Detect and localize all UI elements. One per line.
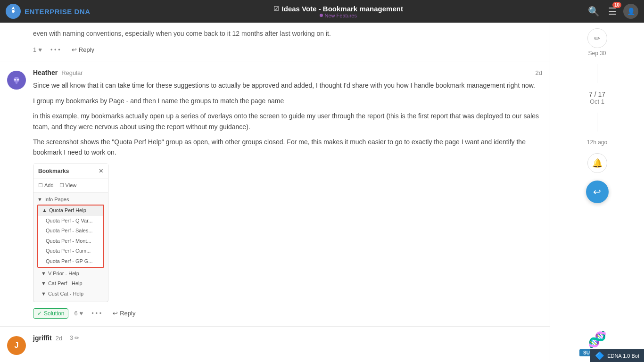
reply-fab-icon: ↩ xyxy=(593,186,601,197)
reply-fab-button[interactable]: ↩ xyxy=(586,181,609,203)
nav-subtitle: New Features xyxy=(320,13,357,18)
nav-title-area: ☑ Ideas Vote - Bookmark management New F… xyxy=(95,5,581,18)
partial-post-body: even with naming conventions, especially… xyxy=(33,28,550,55)
bm-add-btn[interactable]: ☐ Add xyxy=(38,181,54,190)
partial-post: even with naming conventions, especially… xyxy=(0,23,550,61)
content-area: even with naming conventions, especially… xyxy=(0,23,550,362)
partial-post-text: even with naming conventions, especially… xyxy=(33,28,542,39)
svg-point-2 xyxy=(14,79,16,81)
notification-button[interactable]: 🔔 xyxy=(587,153,607,173)
sidebar-sep30-date: Sep 30 xyxy=(588,50,606,57)
heather-post-header: Heather Regular 2d xyxy=(33,69,542,76)
bm-v-prior-group: ▼ V Prior - Help xyxy=(37,269,104,279)
jgriffit-avatar-col: J xyxy=(0,334,33,355)
time-ago-section: 12h ago xyxy=(556,139,638,146)
jgriffit-likes-header: 3 ✏ xyxy=(70,335,79,341)
partial-more-button[interactable]: • • • xyxy=(48,44,63,55)
bm-cust-cat-group: ▼ Cust Cat - Help xyxy=(37,289,104,299)
svg-point-3 xyxy=(17,79,19,81)
heather-avatar-col xyxy=(0,69,33,319)
bm-item-2[interactable]: Quota Perf - Mont... xyxy=(38,236,103,247)
pencil-icon: ✏ xyxy=(594,34,600,43)
bell-icon: 🔔 xyxy=(592,158,603,168)
time-ago-text: 12h ago xyxy=(587,139,607,146)
sidebar-divider-2 xyxy=(597,113,597,132)
partial-post-actions: 1 ♥ • • • ↩ Reply xyxy=(33,44,542,55)
jgriffit-avatar: J xyxy=(7,336,26,355)
edna-dot-icon: 🔷 xyxy=(595,351,604,360)
top-navigation: ENTERPRISE DNA ☑ Ideas Vote - Bookmark m… xyxy=(0,0,644,23)
reply-icon: ↩ xyxy=(72,46,77,53)
edit-section: ✏ Sep 30 xyxy=(556,28,638,57)
bm-toolbar: ☐ Add ☐ View xyxy=(33,179,108,193)
menu-button[interactable]: ☰ 10 xyxy=(606,4,619,19)
search-button[interactable]: 🔍 xyxy=(586,4,602,19)
heather-reply-button[interactable]: ↩ Reply xyxy=(110,308,138,319)
heather-post-main: Heather Regular 2d Since we all know tha… xyxy=(33,69,550,319)
heather-post-actions: ✓ Solution 6 ♥ • • • ↩ Reply xyxy=(33,308,542,319)
bm-quota-perf-subgroup: ▲ Quota Perf Help Quota Perf - Q Var... … xyxy=(37,205,104,268)
user-avatar[interactable]: 👤 xyxy=(623,4,638,19)
nav-right: 🔍 ☰ 10 👤 xyxy=(586,4,638,19)
partial-post-avatar-col xyxy=(0,28,33,55)
edna-bot-label: EDNA 1.0 Bot xyxy=(607,353,639,359)
bm-cat-perf-group: ▼ Cat Perf - Help xyxy=(37,279,104,289)
notification-badge: 10 xyxy=(612,2,621,8)
svg-point-0 xyxy=(12,10,15,13)
edit-icon: ✏ xyxy=(74,335,79,341)
jgriffit-post-header: jgriffit 2d 3 ✏ xyxy=(33,334,542,342)
logo-text: ENTERPRISE DNA xyxy=(25,8,91,16)
subscribe-dna-icon: 🧬 xyxy=(588,330,607,348)
heather-post: Heather Regular 2d Since we all know tha… xyxy=(0,61,550,327)
edit-button[interactable]: ✏ xyxy=(587,28,607,48)
bm-view-btn[interactable]: ☐ View xyxy=(59,181,77,190)
bm-item-4[interactable]: Quota Perf - GP G... xyxy=(38,256,103,267)
nav-title: ☑ Ideas Vote - Bookmark management xyxy=(273,5,403,13)
bm-item-3[interactable]: Quota Perf - Cum... xyxy=(38,246,103,256)
jgriffit-post-main: jgriffit 2d 3 ✏ xyxy=(33,334,550,355)
heather-likes: 6 ♥ xyxy=(74,310,83,317)
edna-bot-badge: 🔷 EDNA 1.0 Bot xyxy=(590,349,644,362)
partial-likes: 1 ♥ xyxy=(33,46,42,53)
reply-arrow-icon: ↩ xyxy=(113,310,118,317)
right-sidebar: ✏ Sep 30 7 / 17 Oct 1 12h ago 🔔 ↩ 🧬 SUBS… xyxy=(550,23,644,362)
solution-badge: ✓ Solution xyxy=(33,308,68,319)
page-counter-section: 7 / 17 Oct 1 xyxy=(556,90,638,105)
sidebar-divider-1 xyxy=(597,64,597,83)
page-counter: 7 / 17 xyxy=(589,90,605,98)
checkbox-icon: ☑ xyxy=(273,5,279,12)
bm-item-0[interactable]: Quota Perf - Q Var... xyxy=(38,216,103,226)
bm-list: ▼ Info Pages ▲ Quota Perf Help Quota Per… xyxy=(33,193,108,302)
logo-icon xyxy=(6,4,21,19)
heather-more-button[interactable]: • • • xyxy=(89,308,104,319)
subtitle-dot xyxy=(320,14,323,17)
bm-item-1[interactable]: Quota Perf - Sales... xyxy=(38,226,103,236)
bm-quota-perf-header: ▲ Quota Perf Help xyxy=(38,206,103,216)
bm-panel-header: Bookmarks ✕ xyxy=(33,164,108,179)
logo-area[interactable]: ENTERPRISE DNA xyxy=(6,4,91,19)
solution-checkmark: ✓ xyxy=(37,310,42,317)
partial-reply-button[interactable]: ↩ Reply xyxy=(69,44,97,55)
bm-info-pages-group: ▼ Info Pages ▲ Quota Perf Help Quota Per… xyxy=(33,195,108,300)
heather-post-body: Since we all know that it can take time … xyxy=(33,80,542,302)
heather-avatar xyxy=(7,71,26,90)
page-date: Oct 1 xyxy=(590,98,604,105)
main-layout: even with naming conventions, especially… xyxy=(0,23,644,362)
jgriffit-post: J jgriffit 2d 3 ✏ xyxy=(0,327,550,362)
bookmark-screenshot: Bookmarks ✕ ☐ Add ☐ View ▼ Info Pages xyxy=(33,164,108,303)
